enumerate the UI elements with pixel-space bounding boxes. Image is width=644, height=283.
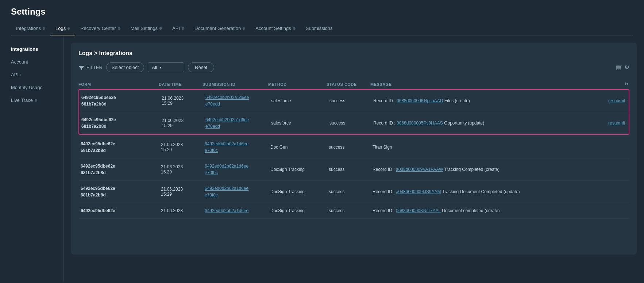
cell-form: 6492ec95dbe62e681b7a2b8d <box>78 141 159 154</box>
table-row: 6492ec95dbe62e681b7a2b8d21.06.202315:296… <box>78 158 629 181</box>
cell-datetime: 21.06.202315:29 <box>159 96 203 106</box>
cell-method: DocSign Tracking <box>268 167 327 172</box>
filter-icon-btn[interactable]: FILTER <box>78 65 103 70</box>
gear-icon-button[interactable]: ⚙ <box>624 64 629 71</box>
cell-submission-id[interactable]: 6492ed0d2b02a1d6eee70f0c <box>203 163 268 176</box>
top-nav-item-submissions[interactable]: Submissions <box>301 23 338 35</box>
table-row: 6492ec95dbe62e21.06.20236492ed0d2b02a1d6… <box>78 203 629 219</box>
select-object-button[interactable]: Select object <box>106 62 144 72</box>
cell-datetime: 21.06.202315:29 <box>159 164 203 175</box>
sidebar-item-label: Monthly Usage <box>11 85 43 90</box>
cell-form: 6492ec95dbe62e681b7a2b8d <box>79 94 159 107</box>
cell-submission-id[interactable]: 6492ed0d2b02a1d6eee70f0c <box>203 185 268 198</box>
cell-datetime: 21.06.202315:29 <box>159 118 203 128</box>
cell-status: success <box>327 98 371 103</box>
col-message: MESSAGE <box>370 82 600 87</box>
cell-method: salesforce <box>269 121 327 126</box>
cell-message: Record ID : a038d000009VA1PAAW Tracking … <box>370 167 600 172</box>
sidebar-item-label: Live Trace <box>11 97 33 103</box>
cell-status: success <box>327 167 370 172</box>
sidebar-item-label: Integrations <box>11 46 38 52</box>
top-nav-item-api[interactable]: API⊕ <box>167 23 189 35</box>
cell-method: salesforce <box>269 98 327 103</box>
filter-icon <box>78 65 84 70</box>
sidebar-item-label: Account <box>11 59 28 65</box>
cell-resubmit[interactable]: resubmit <box>599 121 629 126</box>
arrow-right-icon: › <box>20 73 21 77</box>
top-nav-item-doc-gen[interactable]: Document Generation⊕ <box>189 23 250 35</box>
record-id-link[interactable]: 0068d000005Pv9HAAS <box>397 121 443 126</box>
cell-form: 6492ec95dbe62e681b7a2b8d <box>79 116 159 130</box>
cell-message: Record ID : a048d000009IJS9AAM Tracking … <box>370 189 600 194</box>
cell-status: success <box>327 189 370 194</box>
pin-icon: ⊕ <box>67 26 70 30</box>
main-layout: IntegrationsAccountAPI›Monthly UsageLive… <box>0 35 644 282</box>
calendar-icon-button[interactable]: ▤ <box>616 64 621 71</box>
col-submission-id: SUBMISSION ID <box>203 82 268 87</box>
pin-icon: ⊕ <box>181 26 184 30</box>
top-nav-item-integrations[interactable]: Integrations⊕ <box>11 23 50 35</box>
cell-submission-id[interactable]: 6492ed0d2b02a1d6eee70f0c <box>203 141 268 154</box>
record-id-link[interactable]: 0688d00000KNpcaAAD <box>397 98 443 103</box>
sidebar-item-label: API <box>11 72 19 77</box>
cell-datetime: 21.06.2023 <box>159 208 203 213</box>
table-body: 6492ec95dbe62e681b7a2b8d21.06.202315:296… <box>78 89 629 219</box>
cell-message: Record ID : 0068d000005Pv9HAAS Opportuni… <box>371 121 599 126</box>
filter-bar: FILTER Select object All ▾ Reset ▤ ⚙ <box>78 62 629 72</box>
table-row: 6492ec95dbe62e681b7a2b8d21.06.202315:296… <box>79 112 629 134</box>
top-nav: Integrations⊕Logs⊕Recovery Center⊕Mail S… <box>11 23 633 35</box>
sidebar-item-live-trace[interactable]: Live Trace⊕ <box>11 94 63 107</box>
col-status: STATUS CODE <box>327 82 370 87</box>
col-form: FORM <box>78 82 159 87</box>
cell-status: success <box>327 145 370 150</box>
top-nav-item-logs[interactable]: Logs⊕ <box>50 23 75 35</box>
record-id-link[interactable]: a038d000009VA1PAAW <box>396 167 443 172</box>
sidebar-item-integrations[interactable]: Integrations <box>11 43 63 56</box>
cell-method: DocSign Tracking <box>268 189 327 194</box>
cell-status: success <box>327 208 370 213</box>
sidebar-item-monthly-usage[interactable]: Monthly Usage <box>11 81 63 94</box>
icon-btn-group: ▤ ⚙ <box>616 64 629 71</box>
pin-icon: ⊕ <box>34 98 37 102</box>
sidebar-item-account[interactable]: Account <box>11 56 63 68</box>
table-header: FORM DATE TIME SUBMISSION ID METHOD STAT… <box>78 80 629 89</box>
table-container: FORM DATE TIME SUBMISSION ID METHOD STAT… <box>78 80 629 219</box>
filter-label: FILTER <box>86 65 103 70</box>
cell-submission-id[interactable]: 6492ecbb2b02a1d6eee70edd <box>203 116 269 130</box>
cell-status: success <box>327 121 371 126</box>
top-nav-item-account-settings[interactable]: Account Settings⊕ <box>250 23 301 35</box>
cell-datetime: 21.06.202315:29 <box>159 142 203 152</box>
reset-button[interactable]: Reset <box>188 62 214 72</box>
all-label: All <box>152 65 157 70</box>
all-dropdown[interactable]: All ▾ <box>148 62 184 72</box>
cell-form: 6492ec95dbe62e681b7a2b8d <box>78 163 159 176</box>
cell-resubmit[interactable]: resubmit <box>599 98 629 103</box>
cell-submission-id[interactable]: 6492ed0d2b02a1d6ee <box>203 207 268 214</box>
top-nav-item-recovery-center[interactable]: Recovery Center⊕ <box>75 23 126 35</box>
pin-icon: ⊕ <box>42 26 45 30</box>
record-id-link[interactable]: 0688d00000KNrTxAAL <box>396 208 441 213</box>
content-card: Logs > Integrations FILTER Select object… <box>71 43 637 255</box>
record-id-link[interactable]: a048d000009IJS9AAM <box>396 189 441 194</box>
table-row: 6492ec95dbe62e681b7a2b8d21.06.202315:296… <box>78 136 629 158</box>
breadcrumb: Logs > Integrations <box>78 50 629 57</box>
pin-icon: ⊕ <box>293 26 296 30</box>
pin-icon: ⊕ <box>159 26 162 30</box>
table-row: 6492ec95dbe62e681b7a2b8d21.06.202315:296… <box>78 181 629 203</box>
top-header: Settings Integrations⊕Logs⊕Recovery Cent… <box>0 0 644 35</box>
cell-submission-id[interactable]: 6492ecbb2b02a1d6eee70edd <box>203 94 269 107</box>
top-nav-item-mail-settings[interactable]: Mail Settings⊕ <box>126 23 167 35</box>
cell-form: 6492ec95dbe62e <box>78 207 159 214</box>
highlighted-rows-wrapper: 6492ec95dbe62e681b7a2b8d21.06.202315:296… <box>78 89 629 135</box>
cell-datetime: 21.06.202315:29 <box>159 187 203 197</box>
sidebar: IntegrationsAccountAPI›Monthly UsageLive… <box>0 35 64 282</box>
cell-message: Record ID : 0688d00000KNpcaAAD Files (cr… <box>371 98 599 103</box>
pin-icon: ⊕ <box>242 26 245 30</box>
table-row: 6492ec95dbe62e681b7a2b8d21.06.202315:296… <box>79 90 629 112</box>
refresh-icon-cell[interactable]: ↻ <box>600 82 629 87</box>
cell-method: DocSign Tracking <box>268 208 327 213</box>
cell-method: Doc Gen <box>268 145 327 150</box>
main-content: Logs > Integrations FILTER Select object… <box>64 35 644 282</box>
cell-message: Record ID : 0688d00000KNrTxAAL Document … <box>370 208 600 213</box>
sidebar-item-api[interactable]: API› <box>11 68 63 81</box>
